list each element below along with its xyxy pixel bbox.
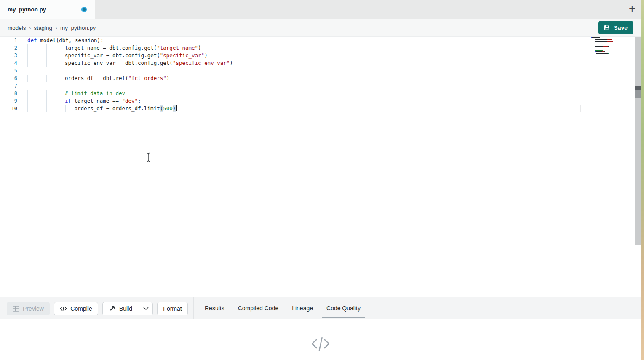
panel-tab-results[interactable]: Results	[198, 297, 231, 319]
code-line[interactable]: 7	[0, 82, 641, 90]
breadcrumb-item[interactable]: staging	[34, 25, 53, 31]
indent-guides	[27, 90, 65, 97]
minimap-token	[604, 51, 605, 52]
minimap-token	[608, 46, 609, 47]
indent-guides	[27, 44, 65, 52]
code-token: :	[138, 98, 141, 104]
code-token: 500	[163, 105, 173, 112]
line-content[interactable]	[24, 67, 581, 75]
save-button-label: Save	[614, 24, 628, 31]
indent-guides	[27, 75, 65, 82]
panel-tab-compiled-code[interactable]: Compiled Code	[231, 297, 286, 319]
code-token: orders_df = orders_df.limit	[75, 105, 160, 112]
code-token: specific_env_var = dbt.config.get(	[65, 60, 173, 66]
line-number: 2	[0, 44, 17, 52]
panel-tab-code-quality[interactable]: Code Quality	[320, 297, 367, 319]
line-content[interactable]: target_name = dbt.config.get("target_nam…	[24, 44, 581, 52]
build-button-label: Build	[119, 305, 132, 312]
build-options-dropdown-button[interactable]	[139, 302, 153, 315]
file-tab-bar: my_python.py +	[0, 0, 641, 19]
compile-button[interactable]: Compile	[54, 302, 98, 315]
minimap-line	[596, 53, 633, 54]
code-token: target_name = dbt.config.get(	[65, 45, 157, 51]
breadcrumb-item[interactable]: my_python.py	[60, 25, 96, 31]
save-button[interactable]: Save	[598, 21, 633, 34]
panel-tab-lineage[interactable]: Lineage	[285, 297, 320, 319]
code-line[interactable]: 4specific_env_var = dbt.config.get("spec…	[0, 59, 641, 67]
line-content[interactable]: orders_df = orders_df.limit(500)	[24, 105, 581, 112]
minimap-token	[616, 43, 617, 43]
code-token: )	[166, 75, 170, 81]
line-content[interactable]: orders_df = dbt.ref("fct_orders")	[24, 75, 581, 82]
indent-guides	[27, 105, 75, 112]
line-content[interactable]: if target_name == "dev":	[24, 97, 581, 105]
toolbar-divider	[193, 297, 194, 319]
format-button-label: Format	[163, 305, 182, 312]
indent-guides	[27, 59, 65, 67]
code-token: "fct_orders"	[128, 75, 166, 81]
breadcrumb: models›staging›my_python.py	[8, 24, 96, 31]
line-number: 4	[0, 59, 17, 67]
line-content[interactable]: # limit data in dev	[24, 90, 581, 97]
code-line[interactable]: 9if target_name == "dev":	[0, 97, 641, 105]
code-line[interactable]: 3specific_var = dbt.config.get("specific…	[0, 52, 641, 59]
minimap-token	[596, 51, 602, 52]
minimap-token	[609, 53, 609, 54]
code-line[interactable]: 10orders_df = orders_df.limit(500)	[0, 105, 641, 112]
line-number: 10	[0, 105, 17, 112]
code-token: orders_df = dbt.ref(	[65, 75, 128, 81]
code-editor[interactable]: 1def model(dbt, session):2target_name = …	[0, 37, 641, 297]
file-tab-my-python[interactable]: my_python.py	[0, 0, 95, 19]
code-token: model(dbt, session):	[37, 37, 104, 43]
code-token: "specific_var"	[160, 52, 204, 59]
unsaved-changes-dot-icon	[81, 7, 87, 12]
code-token: )	[198, 45, 201, 51]
preview-table-icon	[13, 306, 19, 312]
minimap-line	[595, 43, 633, 43]
minimap-token	[603, 46, 608, 47]
line-content[interactable]: specific_var = dbt.config.get("specific_…	[24, 52, 581, 59]
breadcrumb-separator-icon: ›	[29, 24, 31, 31]
line-content[interactable]: def model(dbt, session):	[24, 37, 581, 44]
build-button[interactable]: Build	[102, 302, 139, 315]
code-token: def	[27, 37, 37, 43]
text-caret	[176, 105, 177, 111]
minimap-token	[613, 41, 613, 42]
minimap-token	[607, 41, 613, 42]
preview-button-label: Preview	[23, 305, 44, 312]
code-token: )	[173, 105, 176, 112]
minimap-line	[595, 41, 633, 42]
minimap[interactable]	[591, 37, 633, 55]
save-floppy-icon	[604, 25, 610, 31]
code-line[interactable]: 2target_name = dbt.config.get("target_na…	[0, 44, 641, 52]
minimap-token	[595, 41, 607, 42]
breadcrumb-item[interactable]: models	[8, 25, 26, 31]
editor-scrollbar[interactable]	[635, 37, 641, 245]
minimap-line	[595, 39, 633, 40]
breadcrumb-separator-icon: ›	[55, 24, 57, 31]
line-content[interactable]: specific_env_var = dbt.config.get("speci…	[24, 59, 581, 67]
minimap-token	[595, 43, 609, 43]
code-empty-state-icon	[311, 336, 330, 352]
scrollbar-thumb[interactable]	[635, 86, 641, 98]
new-tab-button[interactable]: +	[625, 2, 639, 16]
code-token: specific_var = dbt.config.get(	[65, 52, 160, 59]
code-token: "specific_env_var"	[173, 60, 230, 66]
preview-button[interactable]: Preview	[7, 302, 50, 315]
code-line[interactable]: 1def model(dbt, session):	[0, 37, 641, 44]
code-lines: 1def model(dbt, session):2target_name = …	[0, 37, 641, 112]
compile-code-icon	[60, 306, 67, 311]
bottom-toolbar: Preview Compile Build	[0, 297, 641, 319]
minimap-token	[609, 43, 616, 43]
minimap-token	[595, 50, 603, 51]
format-button[interactable]: Format	[157, 302, 188, 315]
code-token: if	[65, 98, 71, 104]
code-token: )	[230, 60, 233, 66]
code-line[interactable]: 5	[0, 67, 641, 75]
code-line[interactable]: 8# limit data in dev	[0, 90, 641, 97]
minimap-line	[591, 37, 633, 38]
minimap-token	[595, 46, 603, 47]
minimap-token	[592, 37, 600, 38]
code-line[interactable]: 6orders_df = dbt.ref("fct_orders")	[0, 75, 641, 82]
line-content[interactable]	[24, 82, 581, 90]
